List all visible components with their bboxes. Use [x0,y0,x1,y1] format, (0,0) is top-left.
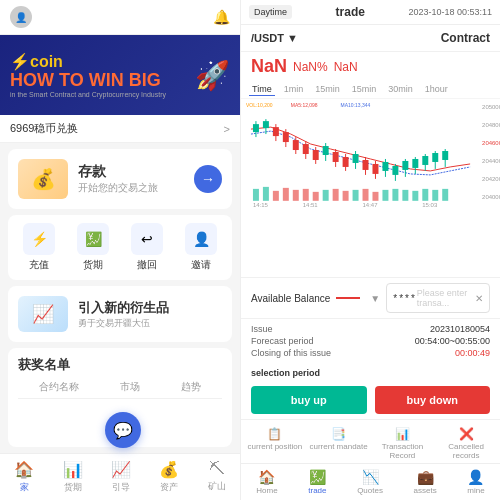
banner-tagline: HOW TO WIN BIG [10,71,166,89]
buy-up-button[interactable]: buy up [251,386,367,414]
exchange-banner: ⚡coin HOW TO WIN BIG in the Smart Contra… [0,35,240,115]
nav-guide[interactable]: 📈 引导 [111,460,131,494]
action-invite[interactable]: 👤 邀请 [185,223,217,272]
candlestick-chart: 205000.00 204800.00 204600.00 204400.00 … [241,99,500,209]
nav-assets-label: 资产 [160,481,178,494]
closing-label: Closing of this issue [251,348,331,358]
price-change: NaN [334,60,358,74]
svg-rect-33 [382,162,388,171]
right-nav-quotes[interactable]: 📉 Quotes [357,469,383,495]
balance-input-area: **** Please enter transa... ✕ [386,283,490,313]
fab-button[interactable]: 💬 [105,412,141,448]
invite-icon: 👤 [185,223,217,255]
exchange-notice[interactable]: 6969稳币兑换 > [0,115,240,143]
right-nav-mine[interactable]: 👤 mine [467,469,484,495]
issue-section: Issue 202310180054 Forecast period 00:54… [241,318,500,365]
nav-futures[interactable]: 📊 货期 [63,460,83,494]
promo-info: 引入新的衍生品 勇于交易开疆大伍 [78,299,169,330]
chart-tab-1hour[interactable]: 1hour [422,83,451,96]
brand-logo: ⚡coin [10,52,166,71]
promo-card[interactable]: 📈 引入新的衍生品 勇于交易开疆大伍 [8,286,232,342]
position-icon: 📋 [267,427,282,441]
right-nav-trade[interactable]: 💹 trade [308,469,326,495]
svg-rect-53 [323,190,329,201]
notification-icon[interactable]: 🔔 [213,9,230,25]
action-recharge[interactable]: ⚡ 充值 [23,223,55,272]
banner-sub: in the Smart Contract and Cryptocurrency… [10,91,166,98]
svg-rect-7 [253,124,259,132]
balance-placeholder[interactable]: Please enter transa... [417,288,475,308]
svg-rect-50 [293,190,299,201]
svg-rect-17 [303,144,309,154]
tab-transaction-record[interactable]: 📊 Transaction Record [371,424,435,463]
balance-row: Available Balance ▼ **** Please enter tr… [241,277,500,318]
closing-row: Closing of this issue 00:00:49 [251,348,490,358]
action-withdraw[interactable]: ↩ 撤回 [131,223,163,272]
svg-text:MA5:12,098: MA5:12,098 [291,102,318,108]
nav-home[interactable]: 🏠 家 [14,460,34,494]
chart-area: 205000.00 204800.00 204600.00 204400.00 … [241,99,500,277]
left-header-left: 👤 [10,6,32,28]
svg-rect-51 [303,189,309,201]
home-icon: 🏠 [14,460,34,479]
chart-tab-15min[interactable]: 15min [312,83,343,96]
tab-cancelled-label: Cancelled records [435,442,497,460]
cancelled-icon: ❌ [459,427,474,441]
svg-text:15:03: 15:03 [422,202,438,208]
svg-rect-45 [442,151,448,160]
nav-mine[interactable]: ⛏ 矿山 [208,460,226,494]
svg-rect-21 [323,146,329,155]
pair-selector[interactable]: /USDT ▼ [251,32,298,44]
svg-text:205000.00: 205000.00 [482,104,500,110]
chart-tab-1min[interactable]: 1min [281,83,307,96]
svg-rect-55 [343,191,349,201]
right-nav-assets[interactable]: 💼 assets [414,469,437,495]
svg-rect-19 [313,150,319,160]
nav-mine-label: 矿山 [208,480,226,493]
winners-title: 获奖名单 [18,356,222,374]
nav-futures-label: 货期 [64,481,82,494]
chart-tab-time[interactable]: Time [249,83,275,96]
chart-canvas: 205000.00 204800.00 204600.00 204400.00 … [241,99,500,209]
svg-text:MA10:13,344: MA10:13,344 [341,102,371,108]
right-mine-icon: 👤 [467,469,484,485]
mandate-icon: 📑 [331,427,346,441]
tab-cancelled-records[interactable]: ❌ Cancelled records [434,424,498,463]
avatar[interactable]: 👤 [10,6,32,28]
nav-home-label: 家 [20,481,29,494]
issue-label: Issue [251,324,273,334]
chart-tab-30min[interactable]: 30min [385,83,416,96]
nav-assets[interactable]: 💰 资产 [159,460,179,494]
svg-rect-37 [402,161,408,170]
tab-transaction-label: Transaction Record [372,442,434,460]
right-datetime: 2023-10-18 00:53:11 [408,7,492,17]
svg-rect-41 [422,156,428,165]
quick-actions: ⚡ 充值 💹 货期 ↩ 撤回 👤 邀请 [8,215,232,280]
svg-rect-48 [273,191,279,201]
balance-chevron-icon: ▼ [370,293,380,304]
buy-down-button[interactable]: buy down [375,386,491,414]
deposit-button[interactable]: → [194,165,222,193]
right-bottom-nav: 🏠 Home 💹 trade 📉 Quotes 💼 assets 👤 mine [241,463,500,500]
deposit-card[interactable]: 💰 存款 开始您的交易之旅 → [8,149,232,209]
svg-rect-23 [333,152,339,162]
balance-stars: **** [393,293,417,304]
price-pct: NaN% [293,60,328,74]
tab-current-position[interactable]: 📋 current position [243,424,307,463]
svg-rect-31 [372,164,378,174]
tab-current-mandate[interactable]: 📑 current mandate [307,424,371,463]
balance-line-icon [336,297,360,299]
svg-rect-39 [412,159,418,168]
left-header: 👤 🔔 [0,0,240,35]
clear-icon[interactable]: ✕ [475,293,483,304]
svg-rect-52 [313,192,319,201]
right-title: trade [336,5,365,19]
action-futures[interactable]: 💹 货期 [77,223,109,272]
svg-text:14:47: 14:47 [363,202,379,208]
chart-tab-15min2[interactable]: 15min [349,83,380,96]
right-nav-home[interactable]: 🏠 Home [256,469,277,495]
tab-current-mandate-label: current mandate [309,442,367,451]
svg-rect-63 [422,189,428,201]
svg-rect-60 [392,189,398,201]
trading-pair: /USDT ▼ [251,32,298,44]
